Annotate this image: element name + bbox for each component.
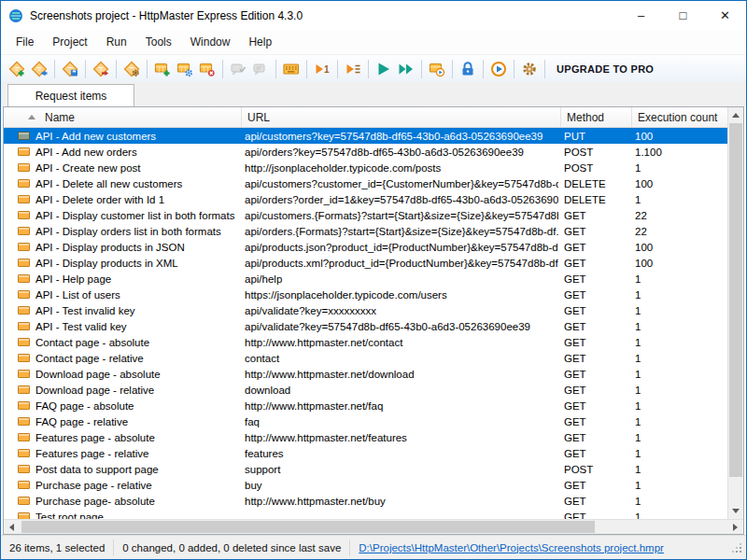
row-method: GET	[558, 210, 629, 221]
column-header-method[interactable]: Method	[561, 107, 632, 127]
sort-ascending-icon	[28, 115, 35, 119]
request-item-icon	[18, 290, 30, 299]
request-item-icon	[18, 354, 30, 362]
table-row[interactable]: Features page - relative features GET 1	[4, 445, 727, 461]
toolbar: 1 UPGRADE TO PRO	[1, 54, 746, 82]
table-row[interactable]: API - Add new orders api/orders?key=5754…	[4, 144, 727, 160]
toolbar-separator	[147, 60, 148, 78]
table-row[interactable]: API - Display customer list in both form…	[4, 207, 727, 223]
svg-text:1: 1	[324, 64, 330, 75]
horizontal-scroll-thumb[interactable]	[21, 521, 595, 533]
project-new-button[interactable]	[6, 58, 28, 80]
playback-button[interactable]	[487, 58, 510, 80]
lock-button[interactable]	[457, 58, 479, 80]
scroll-up-arrow[interactable]	[728, 107, 743, 123]
status-project-file-link[interactable]: D:\Projects\HttpMaster\Other\Projects\Sc…	[350, 542, 672, 553]
menu-help[interactable]: Help	[239, 32, 281, 52]
toolbar-separator	[544, 60, 545, 78]
row-name: API - List of users	[30, 289, 239, 301]
table-row[interactable]: API - Display products in JSON api/produ…	[4, 239, 727, 255]
menu-tools[interactable]: Tools	[136, 32, 181, 52]
scroll-left-arrow[interactable]	[4, 520, 20, 534]
project-close-button[interactable]	[90, 58, 112, 80]
table-row[interactable]: Download page - relative download GET 1	[4, 382, 727, 398]
row-name: Purchase page- absolute	[30, 496, 239, 507]
column-header-execution-count[interactable]: Execution count	[632, 107, 727, 127]
parameters-button[interactable]	[280, 58, 303, 80]
menu-project[interactable]: Project	[43, 32, 96, 52]
row-name: API - Add new customers	[30, 131, 239, 142]
horizontal-scroll-track[interactable]	[20, 520, 727, 534]
maximize-button[interactable]: □	[662, 1, 704, 30]
table-row[interactable]: Download page - absolute http://www.http…	[4, 366, 727, 382]
item-add-icon	[154, 61, 171, 77]
resize-grip[interactable]	[731, 542, 742, 553]
horizontal-scrollbar[interactable]	[4, 519, 743, 534]
scheduled-run-button[interactable]	[426, 58, 448, 80]
tab-request-items[interactable]: Request items	[7, 84, 134, 106]
row-count: 100	[629, 178, 727, 189]
table-row[interactable]: API - List of users https://jsonplacehol…	[4, 287, 727, 302]
request-item-icon	[18, 259, 30, 267]
row-count: 22	[629, 210, 727, 221]
close-button[interactable]: ✕	[704, 1, 746, 30]
vertical-scroll-thumb[interactable]	[729, 123, 742, 477]
item-add-button[interactable]	[151, 58, 174, 80]
project-save-button[interactable]	[59, 58, 81, 80]
table-row[interactable]: Purchase page - relative buy GET 1	[4, 477, 727, 493]
table-row[interactable]: API - Add new customers api/customers?ke…	[4, 128, 727, 144]
request-item-icon	[18, 465, 30, 473]
row-count: 100	[629, 131, 727, 142]
options-button[interactable]	[518, 58, 541, 80]
column-header-url[interactable]: URL	[242, 107, 561, 127]
table-row[interactable]: API - Test valid key api/validate?key=57…	[4, 318, 727, 334]
run-once-button[interactable]: 1	[311, 58, 333, 80]
table-row[interactable]: API - Delete all new customers api/custo…	[4, 175, 727, 191]
table-row[interactable]: API - Delete order with Id 1 api/orders?…	[4, 191, 727, 207]
row-url: http://www.httpmaster.net/download	[239, 369, 558, 380]
table-row[interactable]: API - Display orders list in both format…	[4, 223, 727, 239]
row-url: http://jsonplaceholder.typicode.com/post…	[239, 162, 558, 174]
scroll-down-arrow[interactable]	[728, 503, 743, 519]
menu-run[interactable]: Run	[97, 32, 136, 52]
upgrade-to-pro-button[interactable]: UPGRADE TO PRO	[557, 63, 654, 75]
menu-file[interactable]: File	[7, 32, 43, 52]
row-url: features	[239, 448, 558, 459]
table-row[interactable]: FAQ page - relative faq GET 1	[4, 413, 727, 429]
table-row[interactable]: API - Help page api/help GET 1	[4, 271, 727, 287]
execute-all-icon	[398, 61, 415, 77]
execute-all-button[interactable]	[395, 58, 417, 80]
vertical-scroll-track[interactable]	[728, 123, 743, 503]
scroll-right-arrow[interactable]	[727, 520, 743, 534]
row-method: GET	[558, 273, 629, 285]
row-method: GET	[558, 416, 629, 427]
run-sequence-button[interactable]	[342, 58, 364, 80]
item-edit-button[interactable]	[174, 58, 196, 80]
item-delete-button[interactable]	[196, 58, 218, 80]
table-row[interactable]: Contact page - relative contact GET 1	[4, 350, 727, 366]
column-header-name[interactable]: Name	[4, 107, 242, 127]
table-row[interactable]: Contact page - absolute http://www.httpm…	[4, 334, 727, 350]
status-bar: 26 items, 1 selected 0 changed, 0 added,…	[1, 535, 746, 559]
project-properties-button[interactable]	[120, 58, 143, 80]
row-method: POST	[558, 147, 629, 158]
table-row[interactable]: Post data to support page support POST 1	[4, 461, 727, 477]
vertical-scrollbar[interactable]	[727, 107, 743, 519]
status-items-count: 26 items, 1 selected	[1, 539, 114, 556]
minimize-button[interactable]: –	[620, 1, 662, 30]
toolbar-separator	[421, 60, 422, 78]
table-row[interactable]: API - Test invalid key api/validate?key=…	[4, 302, 727, 318]
tab-bar: Request items	[1, 82, 746, 106]
table-row[interactable]: API - Display products in XML api/produc…	[4, 255, 727, 271]
table-row[interactable]: FAQ page - absolute http://www.httpmaste…	[4, 398, 727, 413]
menu-window[interactable]: Window	[181, 32, 240, 52]
execute-button[interactable]	[373, 58, 395, 80]
table-row[interactable]: Test root page GET 1	[4, 509, 727, 519]
row-url: buy	[239, 480, 558, 491]
table-row[interactable]: Features page - absolute http://www.http…	[4, 429, 727, 445]
row-count: 1	[629, 400, 727, 412]
project-open-button[interactable]	[28, 58, 50, 80]
table-row[interactable]: Purchase page- absolute http://www.httpm…	[4, 493, 727, 509]
table-row[interactable]: API - Create new post http://jsonplaceho…	[4, 160, 727, 175]
row-name: FAQ page - absolute	[30, 400, 239, 412]
